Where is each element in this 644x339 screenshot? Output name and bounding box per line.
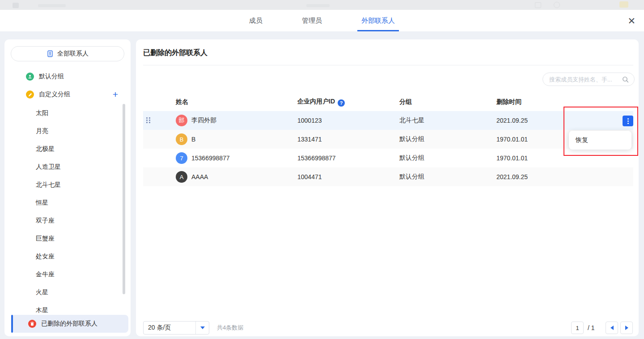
dimmed-org-name	[38, 4, 66, 7]
page-total-label: / 1	[588, 322, 595, 334]
contact-name: B	[191, 136, 195, 143]
row-name-cell: 7 15366998877	[176, 152, 297, 164]
dimmed-crown-icon	[619, 1, 628, 8]
dialog-header: 成员 管理员 外部联系人 ✕	[0, 10, 644, 31]
more-actions-button[interactable]	[623, 116, 633, 126]
row-handle-cell	[143, 174, 176, 180]
sidebar-group-item[interactable]: 月亮	[4, 122, 125, 140]
table-body: 部 李四外部 1000123 北斗七星 2021.09.25 B B 13314…	[143, 111, 633, 186]
sidebar-item-deleted-contacts[interactable]: 已删除的外部联系人	[11, 315, 128, 333]
column-group-label: 分组	[399, 98, 412, 105]
close-icon[interactable]: ✕	[627, 16, 636, 26]
contact-name: AAAA	[191, 173, 208, 180]
avatar: 部	[176, 115, 187, 126]
page-title: 已删除的外部联系人	[143, 44, 208, 62]
group-list: 太阳月亮北极星人造卫星北斗七星恒星双子座巨蟹座处女座金牛座火星木星	[4, 104, 125, 315]
dimmed-page-title	[306, 4, 330, 7]
sidebar-group-item[interactable]: 处女座	[4, 247, 125, 265]
sidebar-group-item[interactable]: 恒星	[4, 193, 125, 211]
dimmed-help-icon	[554, 2, 560, 8]
user-id: 1000123	[297, 117, 399, 124]
tab-members[interactable]: 成员	[249, 10, 263, 31]
trash-icon	[28, 320, 36, 328]
page-number-input[interactable]: 1	[571, 322, 584, 334]
default-group-label: 默认分组	[39, 73, 64, 81]
contacts-book-icon	[47, 50, 54, 57]
search-box	[542, 73, 635, 86]
sidebar-group-item[interactable]: 太阳	[4, 104, 125, 122]
tab-admins[interactable]: 管理员	[302, 10, 322, 31]
column-deleted-time-label: 删除时间	[496, 98, 521, 105]
user-id: 15366998877	[297, 154, 399, 162]
arrow-right-icon	[625, 326, 628, 330]
sidebar-group-item[interactable]: 木星	[4, 301, 125, 315]
all-contacts-label: 全部联系人	[57, 50, 89, 58]
custom-group-label: 自定义分组	[39, 90, 70, 99]
sidebar-group-item[interactable]: 巨蟹座	[4, 229, 125, 247]
row-name-cell: 部 李四外部	[176, 115, 297, 126]
sidebar-group-item[interactable]: 北斗七星	[4, 176, 125, 193]
group-name: 默认分组	[399, 135, 496, 143]
sidebar-item-default-group[interactable]: 默认分组	[11, 69, 124, 85]
contact-name: 15366998877	[191, 154, 230, 162]
page-size-select[interactable]: 20 条/页	[143, 321, 209, 335]
deleted-time: 2021.09.25	[496, 117, 633, 124]
table-header: 姓名 企业内用户ID? 分组 删除时间	[143, 93, 633, 111]
sidebar-item-custom-group[interactable]: 自定义分组 +	[11, 86, 124, 103]
contact-name: 李四外部	[191, 116, 216, 124]
search-icon[interactable]	[622, 76, 629, 83]
deleted-time: 2021.09.25	[496, 173, 633, 180]
all-contacts-button[interactable]: 全部联系人	[11, 46, 124, 61]
add-group-icon[interactable]: +	[108, 89, 118, 100]
sidebar-group-item[interactable]: 人造卫星	[4, 158, 125, 176]
deleted-time: 1970.01.01	[496, 154, 633, 162]
next-page-button[interactable]	[620, 322, 633, 334]
group-name: 北斗七星	[399, 116, 496, 124]
column-name-label: 姓名	[176, 98, 188, 106]
tab-external-contacts[interactable]: 外部联系人	[361, 10, 395, 31]
search-input[interactable]	[549, 76, 619, 83]
row-handle-cell	[143, 155, 176, 161]
table-row[interactable]: 7 15366998877 15366998877 默认分组 1970.01.0…	[143, 149, 633, 167]
user-id: 1004471	[297, 173, 399, 180]
avatar: B	[176, 133, 187, 145]
row-name-cell: B B	[176, 133, 297, 145]
pencil-icon	[26, 90, 34, 99]
arrow-left-icon	[610, 326, 614, 330]
column-user-id: 企业内用户ID?	[297, 98, 399, 107]
row-action-menu: 恢复	[569, 131, 631, 150]
sidebar-group-item[interactable]: 火星	[4, 283, 125, 301]
dimmed-background-bar	[0, 0, 644, 10]
previous-page-button[interactable]	[606, 322, 618, 334]
table-row[interactable]: A AAAA 1004471 默认分组 2021.09.25	[143, 167, 633, 186]
column-group: 分组	[399, 98, 496, 106]
dimmed-window-icon	[535, 2, 541, 8]
total-count-label: 共4条数据	[217, 321, 243, 335]
column-user-id-label: 企业内用户ID	[297, 98, 335, 105]
page-size-value: 20 条/页	[144, 324, 195, 332]
column-name: 姓名	[176, 98, 297, 106]
column-deleted-time: 删除时间	[496, 98, 633, 106]
group-name: 默认分组	[399, 173, 496, 181]
row-handle-cell	[143, 117, 176, 124]
person-icon	[26, 73, 34, 81]
contacts-dialog: 成员 管理员 外部联系人 ✕ 全部联系人 默认分组 自定义分组 +	[0, 10, 644, 339]
avatar: 7	[176, 152, 187, 164]
sidebar-group-item[interactable]: 双子座	[4, 211, 125, 229]
row-handle-cell	[143, 136, 176, 142]
sidebar-group-item[interactable]: 北极星	[4, 140, 125, 158]
avatar: A	[176, 171, 187, 183]
sidebar-group-item[interactable]: 金牛座	[4, 265, 125, 283]
sidebar-scrollbar[interactable]	[123, 104, 125, 294]
group-name: 默认分组	[399, 154, 496, 162]
table-row[interactable]: 部 李四外部 1000123 北斗七星 2021.09.25	[143, 111, 633, 130]
deleted-contacts-label: 已删除的外部联系人	[41, 320, 97, 328]
deleted-contacts-panel: 已删除的外部联系人 姓名 企业内用户ID? 分组 删除时间	[136, 39, 639, 336]
table-row[interactable]: B B 1331471 默认分组 1970.01.01	[143, 130, 633, 149]
dialog-body: 全部联系人 默认分组 自定义分组 + 太阳月亮北极星人造卫星北斗七星恒星双子座巨…	[0, 31, 644, 339]
groups-sidebar: 全部联系人 默认分组 自定义分组 + 太阳月亮北极星人造卫星北斗七星恒星双子座巨…	[4, 39, 131, 336]
help-icon[interactable]: ?	[338, 99, 345, 107]
row-name-cell: A AAAA	[176, 171, 297, 183]
drag-handle-icon[interactable]	[146, 117, 151, 124]
restore-menu-item[interactable]: 恢复	[576, 136, 588, 144]
